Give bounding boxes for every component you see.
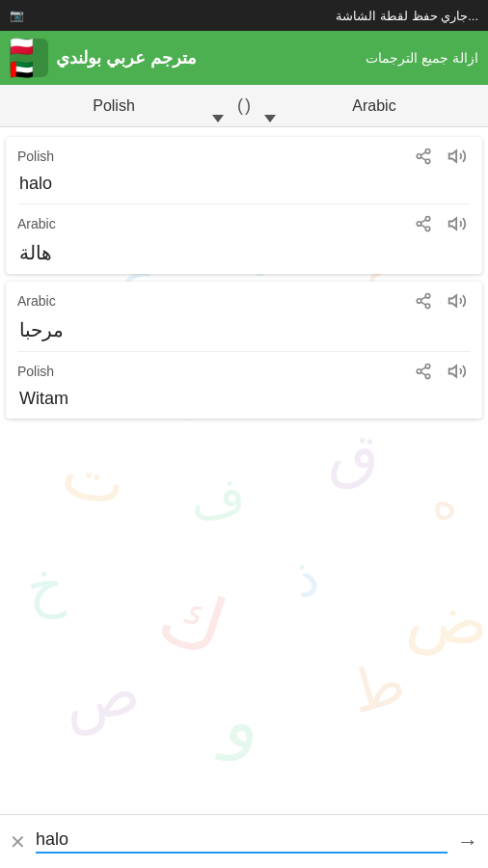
sound-icon: [447, 147, 467, 166]
svg-text:ه: ه: [425, 474, 461, 531]
card-source-sound-button[interactable]: [444, 289, 471, 312]
app-header: 🇵🇱🇦🇪 مترجم عربي بولندي ازالة جميع الترجم…: [0, 31, 488, 85]
app-header-left: 🇵🇱🇦🇪 مترجم عربي بولندي: [10, 39, 197, 77]
status-bar: 📷 جاري حفظ لقطة الشاشة...: [0, 0, 488, 31]
translation-card: Polish halo: [6, 137, 482, 274]
card-target-actions: [411, 212, 471, 235]
cards-container: Polish halo: [0, 127, 488, 428]
status-bar-right-text: جاري حفظ لقطة الشاشة...: [336, 9, 478, 23]
card-target-actions: [411, 360, 471, 383]
svg-point-25: [425, 217, 430, 222]
close-icon: ✕: [10, 830, 26, 854]
status-bar-left: 📷: [10, 9, 24, 22]
search-input[interactable]: [36, 829, 447, 854]
sound-icon: [447, 291, 467, 311]
svg-line-28: [420, 225, 425, 228]
card-source-text-row: halo: [6, 172, 482, 203]
card-source-row: Polish: [6, 137, 482, 172]
card-target-share-button[interactable]: [411, 361, 436, 382]
share-icon: [415, 292, 432, 310]
svg-text:ط: ط: [342, 649, 411, 726]
svg-point-19: [425, 149, 430, 154]
card-source-text: halo: [19, 174, 52, 193]
svg-text:ك: ك: [149, 571, 236, 672]
sound-icon: [447, 362, 467, 381]
card-target-sound-button[interactable]: [444, 360, 471, 383]
card-target-share-button[interactable]: [411, 213, 436, 234]
clear-all-button[interactable]: ازالة جميع الترجمات: [366, 50, 478, 66]
svg-marker-30: [449, 218, 457, 230]
svg-point-20: [417, 154, 421, 159]
card-target-row: Arabic: [6, 204, 482, 239]
svg-line-29: [420, 220, 425, 223]
svg-line-41: [420, 367, 425, 370]
svg-line-22: [420, 157, 425, 160]
target-language-selector[interactable]: Arabic: [260, 85, 488, 126]
card-target-row: Polish: [6, 352, 482, 387]
app-title: مترجم عربي بولندي: [56, 47, 197, 68]
card-source-text: مرحبا: [19, 319, 64, 340]
arrow-right-icon: →: [457, 829, 478, 854]
share-icon: [415, 215, 432, 232]
svg-line-34: [420, 302, 425, 305]
svg-marker-36: [449, 295, 457, 307]
card-target-sound-button[interactable]: [444, 212, 471, 235]
svg-text:خ: خ: [23, 552, 68, 622]
card-source-share-button[interactable]: [411, 290, 436, 312]
svg-point-37: [425, 365, 430, 369]
svg-marker-24: [449, 150, 457, 162]
swap-languages-button[interactable]: ( ): [228, 95, 260, 116]
svg-point-39: [425, 374, 430, 379]
card-source-share-button[interactable]: [411, 146, 436, 167]
search-go-button[interactable]: →: [457, 829, 478, 854]
svg-text:ت: ت: [54, 433, 135, 522]
target-language-label: Arabic: [352, 97, 395, 115]
svg-line-23: [420, 152, 425, 155]
card-target-text: Witam: [19, 389, 68, 408]
swap-left-icon: (: [237, 95, 243, 116]
card-target-text-row: Witam: [6, 387, 482, 419]
svg-point-33: [425, 304, 430, 309]
source-language-selector[interactable]: Polish: [0, 85, 228, 126]
svg-point-38: [417, 369, 421, 374]
card-source-lang-label: Arabic: [17, 293, 56, 309]
svg-text:ص: ص: [59, 655, 146, 738]
card-source-sound-button[interactable]: [444, 145, 471, 168]
svg-text:ف: ف: [186, 466, 249, 532]
card-source-text-row: مرحبا: [6, 316, 482, 351]
language-bar: Polish ( ) Arabic: [0, 85, 488, 127]
svg-line-40: [420, 372, 425, 375]
share-icon: [415, 363, 432, 380]
svg-text:ذ: ذ: [287, 545, 325, 609]
source-lang-dropdown-arrow-icon: [212, 115, 224, 122]
card-target-text-row: هالة: [6, 239, 482, 274]
card-target-text: هالة: [19, 242, 52, 263]
source-language-label: Polish: [93, 97, 135, 115]
target-lang-dropdown-arrow-icon: [264, 115, 276, 122]
svg-point-21: [425, 159, 430, 164]
share-icon: [415, 148, 432, 165]
bottom-input-bar: ✕ →: [0, 814, 488, 868]
card-target-lang-label: Arabic: [17, 216, 56, 231]
card-target-lang-label: Polish: [17, 364, 54, 379]
svg-text:ض: ض: [403, 576, 488, 664]
svg-point-26: [417, 222, 421, 227]
card-source-row: Arabic: [6, 282, 482, 316]
swap-right-icon: ): [245, 95, 251, 116]
camera-icon: 📷: [10, 9, 24, 22]
card-source-actions: [411, 289, 471, 312]
sound-icon: [447, 214, 467, 233]
svg-line-35: [420, 297, 425, 300]
clear-input-button[interactable]: ✕: [10, 830, 26, 854]
svg-text:و: و: [214, 678, 271, 769]
card-source-actions: [411, 145, 471, 168]
app-icon: 🇵🇱🇦🇪: [10, 39, 48, 77]
svg-marker-42: [449, 366, 457, 377]
translation-card: Arabic مرحبا: [6, 282, 482, 419]
svg-point-27: [425, 227, 430, 231]
svg-point-31: [425, 294, 430, 299]
card-source-lang-label: Polish: [17, 149, 54, 164]
svg-point-32: [417, 299, 421, 304]
flag-icon: 🇵🇱🇦🇪: [10, 35, 48, 81]
